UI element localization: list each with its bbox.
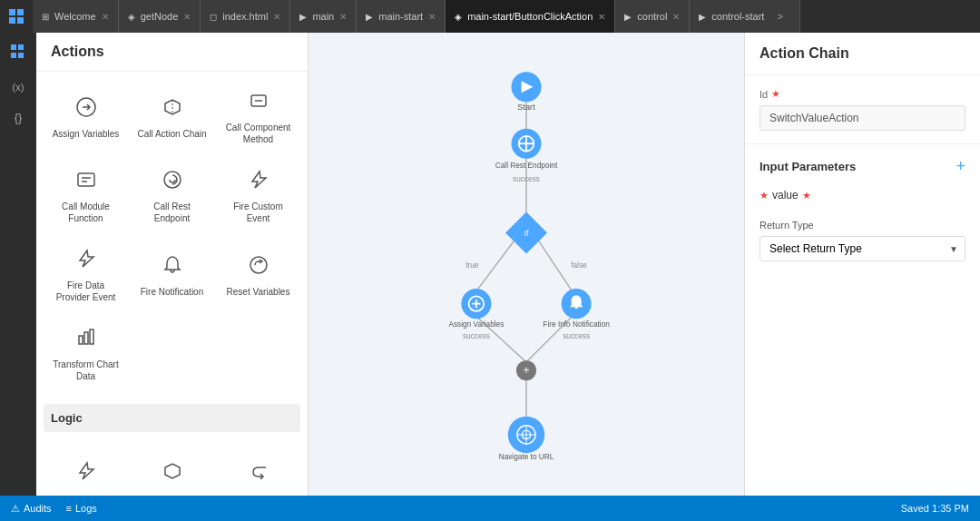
- tab-control[interactable]: ▶ control ✕: [615, 0, 690, 33]
- action-fire-notification[interactable]: Fire Notification: [130, 237, 214, 314]
- bottom-left: ⚠ Audits ≡ Logs: [11, 503, 97, 515]
- logic-item-2[interactable]: [130, 439, 214, 496]
- action-call-action-chain-label: Call Action Chain: [137, 128, 206, 140]
- svg-text:Call Rest Endpoint: Call Rest Endpoint: [495, 162, 558, 170]
- action-call-rest-endpoint[interactable]: Call Rest Endpoint: [130, 158, 214, 235]
- tab-welcome-icon: ⊞: [42, 12, 49, 22]
- id-required-star: ★: [771, 88, 780, 100]
- fire-custom-event-icon: [248, 169, 270, 195]
- return-type-label: Return Type: [760, 220, 965, 231]
- tab-main-start[interactable]: ▶ main-start ✕: [357, 0, 446, 33]
- id-section: Id ★: [745, 75, 980, 144]
- svg-text:Assign Variables: Assign Variables: [448, 320, 504, 329]
- tab-bar: ⊞ Welcome ✕ ◈ getNode ✕ ◻ index.html ✕ ▶…: [0, 0, 980, 33]
- logic-icon-3: [248, 460, 270, 487]
- input-params-title: Input Parameters: [760, 160, 856, 173]
- svg-rect-0: [9, 9, 15, 15]
- call-component-method-icon: [248, 90, 270, 116]
- audits-button[interactable]: ⚠ Audits: [11, 503, 52, 515]
- param-star: ★: [760, 190, 769, 202]
- action-transform-chart[interactable]: Transform Chart Data: [44, 316, 128, 393]
- logic-item-3[interactable]: [216, 439, 300, 496]
- audits-icon: ⚠: [11, 503, 20, 515]
- action-call-module-function-label: Call Module Function: [49, 201, 122, 224]
- actions-grid: Assign Variables Call Action Chain Call …: [36, 72, 308, 400]
- svg-text:Navigate to URL: Navigate to URL: [499, 453, 554, 461]
- tab-indexhtml[interactable]: ◻ index.html ✕: [201, 0, 290, 33]
- action-reset-variables[interactable]: Reset Variables: [216, 237, 300, 314]
- tab-getnode-icon: ◈: [128, 12, 135, 22]
- svg-rect-15: [90, 329, 93, 344]
- action-fire-custom-event[interactable]: Fire Custom Event: [216, 158, 300, 235]
- actions-panel: Actions Assign Variables Call Action Cha…: [36, 33, 309, 496]
- logic-item-1[interactable]: [44, 439, 128, 496]
- tab-main-start-close[interactable]: ✕: [428, 12, 436, 22]
- tab-control-start[interactable]: ▶ control-start >: [690, 0, 800, 33]
- input-params-header: Input Parameters +: [745, 144, 980, 183]
- return-type-select[interactable]: Select Return Type String Number Boolean…: [760, 236, 965, 261]
- app-icon[interactable]: [0, 0, 33, 33]
- tab-main[interactable]: ▶ main ✕: [290, 0, 357, 33]
- tab-welcome[interactable]: ⊞ Welcome ✕: [33, 0, 119, 33]
- svg-rect-7: [18, 53, 24, 58]
- svg-text:false: false: [571, 261, 587, 270]
- transform-chart-icon: [75, 327, 97, 353]
- action-call-module-function[interactable]: Call Module Function: [44, 158, 128, 235]
- return-type-section: Return Type Select Return Type String Nu…: [745, 207, 980, 274]
- action-transform-chart-label: Transform Chart Data: [49, 359, 122, 382]
- tab-indexhtml-close[interactable]: ✕: [273, 12, 280, 22]
- action-call-action-chain[interactable]: Call Action Chain: [130, 79, 214, 156]
- input-params-section: Input Parameters + ★ value ★: [745, 144, 980, 207]
- svg-line-18: [476, 241, 514, 291]
- saved-status: Saved 1:35 PM: [901, 503, 969, 514]
- add-param-button[interactable]: +: [956, 157, 965, 176]
- svg-text:success: success: [563, 332, 590, 340]
- tab-getnode[interactable]: ◈ getNode ✕: [119, 0, 201, 33]
- action-fire-data-provider-label: Fire Data Provider Event: [49, 280, 122, 303]
- braces-icon[interactable]: {}: [11, 107, 26, 128]
- action-fire-data-provider[interactable]: Fire Data Provider Event: [44, 237, 128, 314]
- logs-icon: ≡: [66, 503, 72, 514]
- svg-point-11: [164, 172, 181, 188]
- logic-icon-1: [75, 460, 97, 487]
- canvas-area[interactable]: Start Call Rest Endpoint success If true…: [309, 33, 744, 496]
- param-required-indicator: ★: [802, 190, 811, 202]
- variable-icon[interactable]: (x): [9, 78, 28, 96]
- tab-main-icon: ▶: [299, 12, 307, 22]
- logic-section-header: Logic: [44, 404, 300, 432]
- tab-getnode-close[interactable]: ✕: [183, 12, 191, 22]
- tab-buttonclick-close[interactable]: ✕: [598, 12, 605, 22]
- fire-notification-icon: [162, 254, 183, 280]
- tab-control-start-icon: ▶: [699, 12, 706, 22]
- tab-buttonclick[interactable]: ◈ main-start/ButtonClickAction ✕: [446, 0, 615, 33]
- id-input[interactable]: [760, 105, 965, 131]
- svg-text:Fire Info Notification: Fire Info Notification: [543, 320, 610, 329]
- tab-main-start-icon: ▶: [366, 12, 373, 22]
- svg-rect-10: [78, 173, 94, 186]
- svg-text:Start: Start: [517, 103, 535, 112]
- action-call-component-method[interactable]: Call Component Method: [216, 79, 300, 156]
- svg-text:success: success: [513, 175, 540, 183]
- left-sidebar-icons: (x) {}: [0, 33, 36, 496]
- svg-line-19: [539, 241, 573, 291]
- svg-point-12: [250, 257, 267, 273]
- tab-welcome-close[interactable]: ✕: [102, 12, 109, 22]
- svg-text:+: +: [523, 363, 530, 377]
- id-label: Id ★: [760, 88, 965, 100]
- svg-text:success: success: [463, 332, 490, 340]
- tab-more[interactable]: >: [769, 11, 789, 22]
- tab-control-close[interactable]: ✕: [672, 12, 680, 22]
- main-layout: (x) {} Actions Assign Variables Call Act…: [0, 33, 980, 496]
- right-panel: Action Chain Id ★ Input Parameters + ★ v…: [744, 33, 980, 496]
- action-chain-title: Action Chain: [745, 33, 980, 75]
- bottom-bar: ⚠ Audits ≡ Logs Saved 1:35 PM: [0, 496, 980, 521]
- action-fire-notification-label: Fire Notification: [141, 286, 203, 298]
- grid-icon[interactable]: [6, 40, 30, 67]
- svg-rect-3: [17, 17, 24, 24]
- tab-main-close[interactable]: ✕: [339, 12, 347, 22]
- action-assign-variables[interactable]: Assign Variables: [44, 79, 128, 156]
- logs-button[interactable]: ≡ Logs: [66, 503, 97, 515]
- call-rest-endpoint-icon: [162, 169, 183, 195]
- svg-rect-1: [17, 9, 24, 15]
- param-value-row: ★ value ★: [745, 183, 980, 207]
